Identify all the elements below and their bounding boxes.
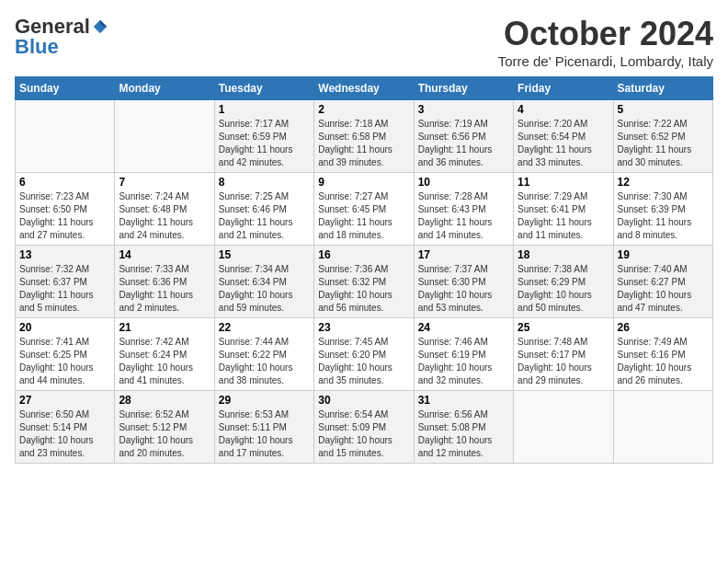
weekday-header-monday: Monday bbox=[115, 77, 214, 100]
weekday-header-tuesday: Tuesday bbox=[214, 77, 313, 100]
calendar-cell: 23Sunrise: 7:45 AM Sunset: 6:20 PM Dayli… bbox=[314, 318, 414, 391]
day-number: 19 bbox=[618, 248, 709, 261]
day-number: 1 bbox=[219, 103, 310, 116]
day-number: 5 bbox=[618, 103, 709, 116]
calendar-cell: 4Sunrise: 7:20 AM Sunset: 6:54 PM Daylig… bbox=[514, 100, 613, 173]
calendar-cell: 7Sunrise: 7:24 AM Sunset: 6:48 PM Daylig… bbox=[115, 173, 214, 246]
page-header: General Blue October 2024 Torre de' Pice… bbox=[15, 15, 713, 69]
day-info: Sunrise: 7:49 AM Sunset: 6:16 PM Dayligh… bbox=[618, 336, 709, 387]
day-info: Sunrise: 7:29 AM Sunset: 6:41 PM Dayligh… bbox=[518, 190, 609, 242]
day-number: 25 bbox=[518, 321, 609, 334]
day-info: Sunrise: 7:40 AM Sunset: 6:27 PM Dayligh… bbox=[618, 263, 709, 315]
calendar-cell bbox=[613, 391, 712, 464]
day-number: 26 bbox=[618, 321, 709, 334]
day-number: 2 bbox=[318, 103, 409, 116]
day-number: 30 bbox=[318, 394, 409, 407]
calendar-cell: 18Sunrise: 7:38 AM Sunset: 6:29 PM Dayli… bbox=[514, 246, 613, 318]
day-info: Sunrise: 7:44 AM Sunset: 6:22 PM Dayligh… bbox=[219, 336, 310, 387]
calendar-cell: 30Sunrise: 6:54 AM Sunset: 5:09 PM Dayli… bbox=[314, 391, 414, 464]
day-number: 15 bbox=[219, 248, 310, 261]
day-info: Sunrise: 7:23 AM Sunset: 6:50 PM Dayligh… bbox=[19, 190, 110, 242]
calendar-cell: 20Sunrise: 7:41 AM Sunset: 6:25 PM Dayli… bbox=[16, 318, 115, 391]
calendar-cell: 22Sunrise: 7:44 AM Sunset: 6:22 PM Dayli… bbox=[214, 318, 313, 391]
day-info: Sunrise: 7:27 AM Sunset: 6:45 PM Dayligh… bbox=[318, 190, 409, 242]
day-number: 28 bbox=[119, 394, 210, 407]
day-number: 14 bbox=[119, 248, 210, 261]
day-info: Sunrise: 7:20 AM Sunset: 6:54 PM Dayligh… bbox=[518, 118, 609, 169]
calendar-week-row: 1Sunrise: 7:17 AM Sunset: 6:59 PM Daylig… bbox=[16, 100, 713, 173]
logo-icon bbox=[92, 18, 108, 35]
weekday-header-saturday: Saturday bbox=[613, 77, 712, 100]
calendar-cell: 12Sunrise: 7:30 AM Sunset: 6:39 PM Dayli… bbox=[613, 173, 712, 246]
month-title: October 2024 bbox=[498, 15, 713, 53]
calendar-cell: 3Sunrise: 7:19 AM Sunset: 6:56 PM Daylig… bbox=[414, 100, 513, 173]
day-number: 18 bbox=[518, 248, 609, 261]
day-info: Sunrise: 7:34 AM Sunset: 6:34 PM Dayligh… bbox=[219, 263, 310, 315]
calendar-cell: 5Sunrise: 7:22 AM Sunset: 6:52 PM Daylig… bbox=[613, 100, 712, 173]
calendar-cell: 6Sunrise: 7:23 AM Sunset: 6:50 PM Daylig… bbox=[16, 173, 115, 246]
calendar-cell: 27Sunrise: 6:50 AM Sunset: 5:14 PM Dayli… bbox=[16, 391, 115, 464]
day-info: Sunrise: 7:24 AM Sunset: 6:48 PM Dayligh… bbox=[119, 190, 210, 242]
calendar-cell: 21Sunrise: 7:42 AM Sunset: 6:24 PM Dayli… bbox=[115, 318, 214, 391]
day-number: 22 bbox=[219, 321, 310, 334]
calendar-cell: 13Sunrise: 7:32 AM Sunset: 6:37 PM Dayli… bbox=[16, 246, 115, 318]
calendar-cell bbox=[115, 100, 214, 173]
day-number: 23 bbox=[318, 321, 409, 334]
day-number: 17 bbox=[418, 248, 509, 261]
day-number: 9 bbox=[318, 176, 409, 189]
day-info: Sunrise: 7:30 AM Sunset: 6:39 PM Dayligh… bbox=[618, 190, 709, 242]
calendar-cell: 29Sunrise: 6:53 AM Sunset: 5:11 PM Dayli… bbox=[214, 391, 313, 464]
day-info: Sunrise: 7:25 AM Sunset: 6:46 PM Dayligh… bbox=[219, 190, 310, 242]
calendar-week-row: 20Sunrise: 7:41 AM Sunset: 6:25 PM Dayli… bbox=[16, 318, 713, 391]
calendar-cell: 31Sunrise: 6:56 AM Sunset: 5:08 PM Dayli… bbox=[414, 391, 513, 464]
logo: General Blue bbox=[15, 15, 108, 59]
day-info: Sunrise: 7:22 AM Sunset: 6:52 PM Dayligh… bbox=[618, 118, 709, 169]
calendar-week-row: 13Sunrise: 7:32 AM Sunset: 6:37 PM Dayli… bbox=[16, 246, 713, 318]
day-info: Sunrise: 6:56 AM Sunset: 5:08 PM Dayligh… bbox=[418, 408, 509, 460]
day-info: Sunrise: 7:18 AM Sunset: 6:58 PM Dayligh… bbox=[318, 118, 409, 169]
day-info: Sunrise: 7:32 AM Sunset: 6:37 PM Dayligh… bbox=[19, 263, 110, 315]
logo-blue: Blue bbox=[15, 35, 59, 59]
calendar-week-row: 27Sunrise: 6:50 AM Sunset: 5:14 PM Dayli… bbox=[16, 391, 713, 464]
location: Torre de' Picenardi, Lombardy, Italy bbox=[498, 53, 713, 69]
calendar-cell: 11Sunrise: 7:29 AM Sunset: 6:41 PM Dayli… bbox=[514, 173, 613, 246]
day-number: 21 bbox=[119, 321, 210, 334]
day-info: Sunrise: 7:19 AM Sunset: 6:56 PM Dayligh… bbox=[418, 118, 509, 169]
weekday-header-friday: Friday bbox=[514, 77, 613, 100]
day-info: Sunrise: 7:37 AM Sunset: 6:30 PM Dayligh… bbox=[418, 263, 509, 315]
calendar-cell: 19Sunrise: 7:40 AM Sunset: 6:27 PM Dayli… bbox=[613, 246, 712, 318]
calendar-cell: 26Sunrise: 7:49 AM Sunset: 6:16 PM Dayli… bbox=[613, 318, 712, 391]
day-info: Sunrise: 7:46 AM Sunset: 6:19 PM Dayligh… bbox=[418, 336, 509, 387]
day-info: Sunrise: 7:36 AM Sunset: 6:32 PM Dayligh… bbox=[318, 263, 409, 315]
calendar-cell: 24Sunrise: 7:46 AM Sunset: 6:19 PM Dayli… bbox=[414, 318, 513, 391]
day-number: 27 bbox=[19, 394, 110, 407]
weekday-header-sunday: Sunday bbox=[16, 77, 115, 100]
day-info: Sunrise: 7:42 AM Sunset: 6:24 PM Dayligh… bbox=[119, 336, 210, 387]
day-number: 6 bbox=[19, 176, 110, 189]
weekday-header-thursday: Thursday bbox=[414, 77, 513, 100]
calendar-cell: 15Sunrise: 7:34 AM Sunset: 6:34 PM Dayli… bbox=[214, 246, 313, 318]
day-info: Sunrise: 6:50 AM Sunset: 5:14 PM Dayligh… bbox=[19, 408, 110, 460]
day-number: 20 bbox=[19, 321, 110, 334]
day-info: Sunrise: 7:48 AM Sunset: 6:17 PM Dayligh… bbox=[518, 336, 609, 387]
day-number: 16 bbox=[318, 248, 409, 261]
calendar-cell: 17Sunrise: 7:37 AM Sunset: 6:30 PM Dayli… bbox=[414, 246, 513, 318]
calendar-cell: 28Sunrise: 6:52 AM Sunset: 5:12 PM Dayli… bbox=[115, 391, 214, 464]
calendar-cell: 1Sunrise: 7:17 AM Sunset: 6:59 PM Daylig… bbox=[214, 100, 313, 173]
day-info: Sunrise: 7:45 AM Sunset: 6:20 PM Dayligh… bbox=[318, 336, 409, 387]
day-number: 13 bbox=[19, 248, 110, 261]
day-number: 3 bbox=[418, 103, 509, 116]
calendar-cell bbox=[514, 391, 613, 464]
calendar-cell: 25Sunrise: 7:48 AM Sunset: 6:17 PM Dayli… bbox=[514, 318, 613, 391]
day-info: Sunrise: 6:54 AM Sunset: 5:09 PM Dayligh… bbox=[318, 408, 409, 460]
calendar-cell: 14Sunrise: 7:33 AM Sunset: 6:36 PM Dayli… bbox=[115, 246, 214, 318]
day-number: 11 bbox=[518, 176, 609, 189]
calendar-cell: 16Sunrise: 7:36 AM Sunset: 6:32 PM Dayli… bbox=[314, 246, 414, 318]
calendar-cell: 8Sunrise: 7:25 AM Sunset: 6:46 PM Daylig… bbox=[214, 173, 313, 246]
day-info: Sunrise: 6:52 AM Sunset: 5:12 PM Dayligh… bbox=[119, 408, 210, 460]
day-number: 12 bbox=[618, 176, 709, 189]
day-info: Sunrise: 6:53 AM Sunset: 5:11 PM Dayligh… bbox=[219, 408, 310, 460]
day-number: 10 bbox=[418, 176, 509, 189]
day-number: 4 bbox=[518, 103, 609, 116]
day-info: Sunrise: 7:38 AM Sunset: 6:29 PM Dayligh… bbox=[518, 263, 609, 315]
